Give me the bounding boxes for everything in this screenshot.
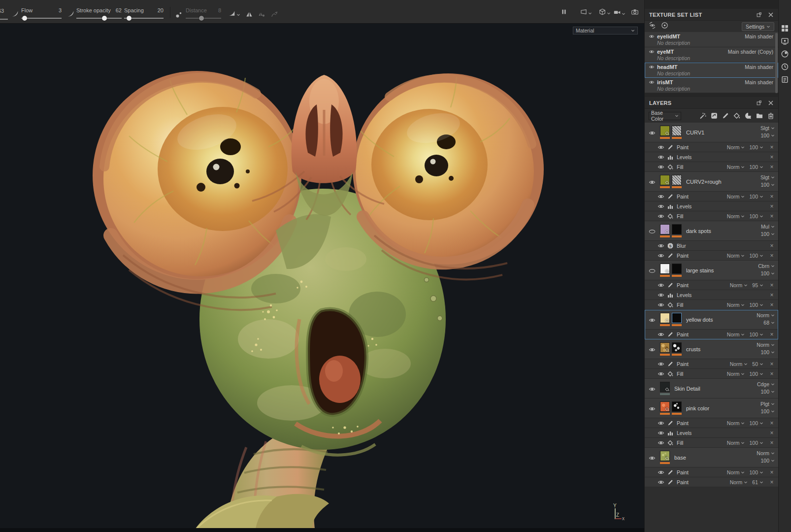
effect-blend-mode[interactable]: Norm — [727, 332, 740, 337]
pen-pressure-icon[interactable] — [67, 10, 74, 17]
layer-blend-mode[interactable]: Norm — [757, 312, 775, 318]
effect-delete-button[interactable]: × — [768, 203, 775, 210]
effect-visibility-icon[interactable] — [658, 430, 664, 436]
effect-opacity[interactable]: 100 — [749, 420, 758, 426]
effect-opacity[interactable]: 100 — [749, 469, 758, 475]
effect-delete-button[interactable]: × — [768, 144, 775, 151]
texture-set-grid-icon[interactable] — [781, 25, 789, 32]
layer-visibility-icon[interactable] — [649, 346, 656, 353]
effect-visibility-icon[interactable] — [658, 282, 664, 289]
add-effect-icon[interactable] — [711, 112, 718, 119]
texture-set-item[interactable]: headMTMain shaderNo description — [645, 63, 778, 78]
camera-mode-icon[interactable] — [614, 9, 621, 16]
effect-delete-button[interactable]: × — [768, 430, 775, 436]
layer-thumbnail[interactable] — [672, 175, 682, 185]
effect-visibility-icon[interactable] — [658, 301, 664, 308]
stroke-opacity-value[interactable]: 62 — [116, 7, 122, 13]
effect-visibility-icon[interactable] — [658, 479, 664, 486]
layer-effect-row[interactable]: FillNorm100× — [645, 211, 778, 221]
effect-delete-button[interactable]: × — [768, 164, 775, 170]
layer-effect-row[interactable]: FillNorm100× — [645, 369, 778, 379]
layer-effect-row[interactable]: PaintNorm61× — [645, 477, 778, 487]
visibility-eye-icon[interactable] — [649, 33, 655, 39]
shader-settings-icon[interactable] — [781, 50, 789, 58]
layer-thumbnail[interactable] — [672, 313, 682, 323]
effect-opacity[interactable]: 100 — [749, 164, 758, 170]
layer-opacity[interactable]: 100 — [760, 458, 775, 464]
effect-visibility-icon[interactable] — [658, 252, 664, 259]
viewport-3d[interactable]: Material Y Z x — [0, 24, 644, 532]
symmetry-settings-icon[interactable] — [258, 11, 265, 18]
layer-blend-mode[interactable]: Cbrn — [758, 263, 775, 269]
flow-value[interactable]: 3 — [59, 7, 62, 13]
effect-opacity[interactable]: 100 — [749, 144, 758, 150]
effect-visibility-icon[interactable] — [658, 144, 664, 151]
layer-blend-mode[interactable]: Cdge — [757, 381, 775, 387]
symmetry-icon[interactable] — [246, 11, 253, 18]
layer-opacity[interactable]: 100 — [760, 389, 775, 395]
layer-blend-mode[interactable]: Mul — [761, 224, 775, 230]
layer-thumbnail[interactable] — [660, 401, 670, 412]
smart-mask-wand-icon[interactable] — [699, 112, 706, 119]
effect-opacity[interactable]: 100 — [749, 440, 758, 446]
texture-set-item[interactable]: eyelidMTMain shaderNo description — [645, 32, 778, 47]
pause-icon[interactable] — [560, 8, 567, 15]
layer-thumbnail[interactable] — [660, 382, 670, 392]
texture-set-shader[interactable]: Main shader — [745, 64, 773, 70]
close-icon[interactable] — [768, 100, 774, 106]
layer-opacity[interactable]: 100 — [760, 182, 775, 188]
layer-thumbnail[interactable] — [672, 224, 682, 234]
layer-thumbnail[interactable] — [660, 313, 670, 323]
pen-pressure-icon[interactable] — [12, 10, 19, 17]
axis-gizmo[interactable]: Y Z x — [611, 504, 630, 527]
effect-opacity[interactable]: 61 — [752, 479, 758, 485]
texture-set-shader[interactable]: Main shader — [745, 79, 773, 85]
layer-blend-mode[interactable]: Norm — [757, 342, 775, 348]
layer-blend-mode[interactable]: Plgt — [760, 401, 775, 407]
lazy-mouse-icon[interactable] — [271, 11, 278, 18]
effect-delete-button[interactable]: × — [768, 252, 775, 259]
effect-opacity[interactable]: 95 — [752, 282, 758, 288]
layer-opacity[interactable]: 68 — [763, 320, 775, 326]
effect-visibility-icon[interactable] — [658, 203, 664, 210]
effect-opacity[interactable]: 100 — [749, 332, 758, 337]
layer-row[interactable]: yellow dotsNorm68 — [645, 310, 778, 330]
layer-effect-row[interactable]: PaintNorm100× — [645, 467, 778, 477]
layer-row[interactable]: crustsNorm100 — [645, 339, 778, 359]
effect-blend-mode[interactable]: Norm — [727, 440, 740, 446]
layer-opacity[interactable]: 100 — [760, 133, 775, 138]
layer-row[interactable]: baseNorm100 — [645, 448, 778, 467]
screenshot-icon[interactable] — [631, 8, 638, 15]
effect-delete-button[interactable]: × — [768, 361, 775, 367]
effect-delete-button[interactable]: × — [768, 331, 775, 338]
texture-set-shader[interactable]: Main shader (Copy) — [728, 49, 773, 55]
layer-thumbnail[interactable] — [660, 126, 670, 136]
layer-opacity[interactable]: 100 — [760, 408, 775, 414]
add-fill-layer-icon[interactable] — [733, 112, 740, 119]
effect-delete-button[interactable]: × — [768, 469, 775, 476]
shading-mode-dropdown[interactable]: Material — [573, 27, 638, 34]
texture-set-shader[interactable]: Main shader — [745, 33, 773, 39]
layer-row[interactable]: pink colorPlgt100 — [645, 399, 778, 418]
effect-visibility-icon[interactable] — [658, 420, 664, 427]
effect-blend-mode[interactable]: Norm — [727, 194, 740, 200]
effect-blend-mode[interactable]: Norm — [727, 253, 740, 259]
effect-visibility-icon[interactable] — [658, 292, 664, 299]
scrollbar[interactable] — [775, 33, 778, 93]
falloff-curve-icon[interactable] — [229, 10, 235, 17]
layer-visibility-icon[interactable] — [649, 179, 656, 186]
effect-visibility-icon[interactable] — [658, 331, 664, 338]
layer-effect-row[interactable]: FillNorm100× — [645, 162, 778, 172]
layer-thumbnail[interactable] — [660, 175, 670, 185]
layer-effect-row[interactable]: PaintNorm95× — [645, 280, 778, 290]
display-settings-icon[interactable] — [781, 37, 789, 45]
layer-visibility-icon[interactable] — [649, 405, 656, 412]
layer-effect-row[interactable]: PaintNorm100× — [645, 251, 778, 261]
layer-thumbnail[interactable] — [660, 264, 670, 274]
spacing-value[interactable]: 20 — [158, 7, 164, 13]
effect-opacity[interactable]: 100 — [749, 253, 758, 259]
effect-blend-mode[interactable]: Norm — [730, 479, 743, 485]
effect-opacity[interactable]: 100 — [749, 371, 758, 377]
effect-blend-mode[interactable]: Norm — [727, 164, 740, 170]
layer-effect-row[interactable]: Levels× — [645, 201, 778, 211]
